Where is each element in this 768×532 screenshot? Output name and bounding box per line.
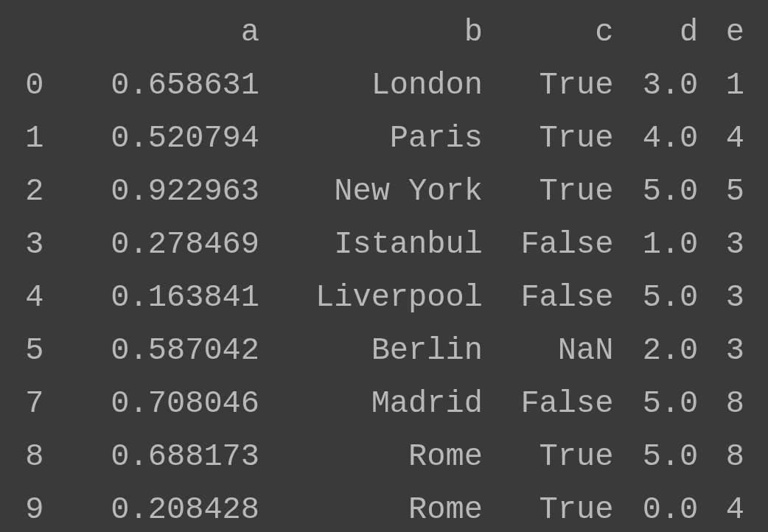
cell-b: Berlin	[270, 324, 493, 377]
cell-e: 8	[708, 377, 755, 430]
column-header-b: b	[270, 6, 493, 59]
cell-a: 0.278469	[55, 218, 270, 271]
cell-d: 1.0	[624, 218, 708, 271]
cell-e: 4	[708, 112, 755, 165]
cell-index: 0	[13, 59, 55, 112]
cell-d: 5.0	[624, 377, 708, 430]
cell-c: True	[493, 430, 624, 483]
cell-c: True	[493, 483, 624, 532]
cell-index: 2	[13, 165, 55, 218]
cell-d: 0.0	[624, 483, 708, 532]
cell-e: 3	[708, 218, 755, 271]
cell-index: 5	[13, 324, 55, 377]
cell-c: True	[493, 112, 624, 165]
cell-a: 0.922963	[55, 165, 270, 218]
cell-e: 1	[708, 59, 755, 112]
cell-d: 5.0	[624, 271, 708, 324]
cell-index: 7	[13, 377, 55, 430]
cell-index: 3	[13, 218, 55, 271]
cell-c: NaN	[493, 324, 624, 377]
column-header-c: c	[493, 6, 624, 59]
cell-a: 0.708046	[55, 377, 270, 430]
cell-d: 5.0	[624, 165, 708, 218]
cell-a: 0.208428	[55, 483, 270, 532]
cell-a: 0.658631	[55, 59, 270, 112]
column-header-index	[13, 6, 55, 59]
column-header-d: d	[624, 6, 708, 59]
cell-b: Rome	[270, 430, 493, 483]
cell-b: Liverpool	[270, 271, 493, 324]
cell-e: 8	[708, 430, 755, 483]
cell-b: Istanbul	[270, 218, 493, 271]
cell-index: 4	[13, 271, 55, 324]
dataframe-table: a b c d e 0 0.658631 London True 3.0 1 1…	[13, 6, 755, 532]
cell-c: False	[493, 218, 624, 271]
cell-a: 0.587042	[55, 324, 270, 377]
table-header-row: a b c d e	[13, 6, 755, 59]
cell-e: 3	[708, 324, 755, 377]
cell-b: London	[270, 59, 493, 112]
table-row: 4 0.163841 Liverpool False 5.0 3	[13, 271, 755, 324]
cell-d: 5.0	[624, 430, 708, 483]
table-row: 1 0.520794 Paris True 4.0 4	[13, 112, 755, 165]
cell-e: 5	[708, 165, 755, 218]
cell-c: False	[493, 377, 624, 430]
cell-a: 0.688173	[55, 430, 270, 483]
column-header-a: a	[55, 6, 270, 59]
table-row: 9 0.208428 Rome True 0.0 4	[13, 483, 755, 532]
cell-c: True	[493, 59, 624, 112]
table-row: 0 0.658631 London True 3.0 1	[13, 59, 755, 112]
cell-index: 9	[13, 483, 55, 532]
cell-index: 8	[13, 430, 55, 483]
table-row: 2 0.922963 New York True 5.0 5	[13, 165, 755, 218]
cell-b: Madrid	[270, 377, 493, 430]
cell-index: 1	[13, 112, 55, 165]
table-row: 5 0.587042 Berlin NaN 2.0 3	[13, 324, 755, 377]
cell-d: 4.0	[624, 112, 708, 165]
cell-d: 3.0	[624, 59, 708, 112]
cell-d: 2.0	[624, 324, 708, 377]
cell-c: False	[493, 271, 624, 324]
table-row: 7 0.708046 Madrid False 5.0 8	[13, 377, 755, 430]
table-row: 3 0.278469 Istanbul False 1.0 3	[13, 218, 755, 271]
cell-b: New York	[270, 165, 493, 218]
table-row: 8 0.688173 Rome True 5.0 8	[13, 430, 755, 483]
cell-b: Paris	[270, 112, 493, 165]
cell-b: Rome	[270, 483, 493, 532]
cell-e: 4	[708, 483, 755, 532]
cell-a: 0.163841	[55, 271, 270, 324]
cell-c: True	[493, 165, 624, 218]
cell-e: 3	[708, 271, 755, 324]
column-header-e: e	[708, 6, 755, 59]
cell-a: 0.520794	[55, 112, 270, 165]
